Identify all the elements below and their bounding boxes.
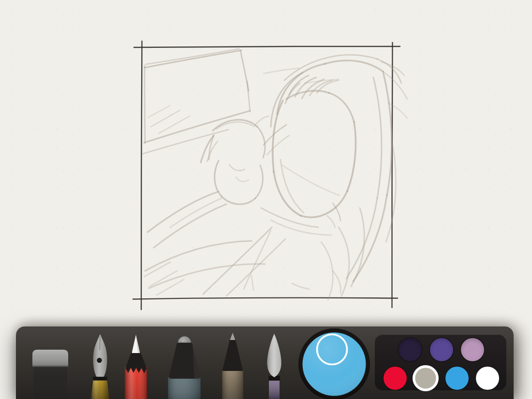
pen-icon — [220, 332, 245, 399]
fountain-pen-icon — [87, 333, 114, 399]
palette-swatch-taupe[interactable] — [415, 368, 436, 388]
brush-tool[interactable] — [261, 333, 288, 399]
fountain-pen-tool[interactable] — [87, 333, 114, 399]
palette-swatch-red[interactable] — [384, 367, 407, 390]
palette-swatch-purple[interactable] — [430, 338, 453, 361]
marker-icon — [166, 335, 202, 399]
marker-tool[interactable] — [166, 335, 202, 399]
eraser-tool[interactable] — [31, 346, 69, 399]
color-mixer[interactable] — [296, 327, 372, 399]
pencil-icon — [123, 334, 148, 399]
color-well-icon — [296, 327, 372, 399]
tool-tray — [16, 326, 514, 399]
brush-icon — [261, 333, 288, 399]
palette-swatch-dark-plum[interactable] — [399, 338, 422, 361]
palette-swatch-blue[interactable] — [445, 367, 469, 390]
palette-swatch-mauve[interactable] — [461, 338, 484, 361]
eraser-icon — [31, 346, 69, 399]
pen-tool[interactable] — [220, 332, 245, 399]
pencil-tool[interactable] — [123, 334, 148, 399]
palette-swatch-white[interactable] — [476, 367, 499, 390]
color-palette — [375, 335, 506, 390]
